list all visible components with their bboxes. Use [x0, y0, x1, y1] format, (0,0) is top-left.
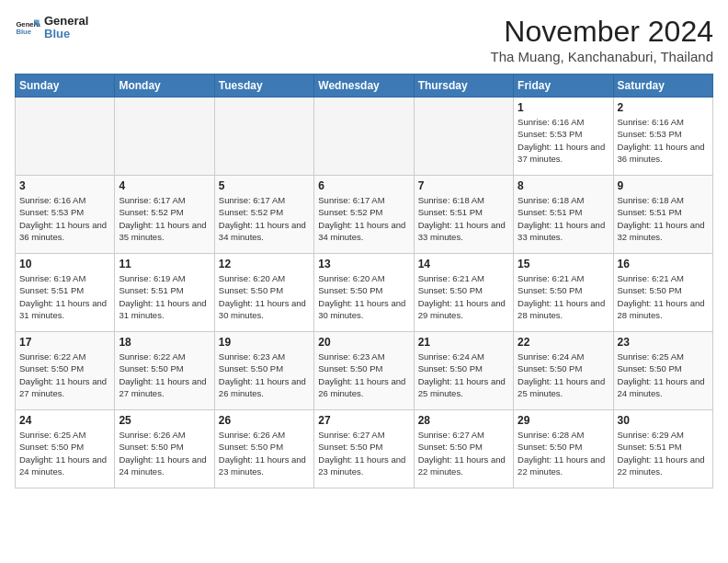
day-number: 24	[19, 414, 110, 427]
location: Tha Muang, Kanchanaburi, Thailand	[491, 49, 713, 64]
day-info: Sunrise: 6:20 AMSunset: 5:50 PMDaylight:…	[219, 272, 310, 321]
calendar-cell: 20Sunrise: 6:23 AMSunset: 5:50 PMDayligh…	[314, 332, 414, 410]
calendar-cell: 24Sunrise: 6:25 AMSunset: 5:50 PMDayligh…	[16, 410, 115, 488]
day-info: Sunrise: 6:19 AMSunset: 5:51 PMDaylight:…	[119, 272, 210, 321]
calendar-table: SundayMondayTuesdayWednesdayThursdayFrid…	[15, 74, 713, 488]
calendar-cell: 18Sunrise: 6:22 AMSunset: 5:50 PMDayligh…	[115, 332, 214, 410]
calendar-cell	[115, 98, 214, 176]
day-info: Sunrise: 6:21 AMSunset: 5:50 PMDaylight:…	[518, 272, 609, 321]
calendar-cell: 12Sunrise: 6:20 AMSunset: 5:50 PMDayligh…	[214, 254, 313, 332]
calendar-cell: 25Sunrise: 6:26 AMSunset: 5:50 PMDayligh…	[115, 410, 214, 488]
day-number: 23	[618, 336, 709, 349]
day-info: Sunrise: 6:25 AMSunset: 5:50 PMDaylight:…	[19, 429, 110, 477]
day-info: Sunrise: 6:26 AMSunset: 5:50 PMDaylight:…	[119, 429, 210, 477]
day-number: 9	[618, 179, 709, 192]
days-header-row: SundayMondayTuesdayWednesdayThursdayFrid…	[16, 75, 713, 98]
week-row-5: 24Sunrise: 6:25 AMSunset: 5:50 PMDayligh…	[16, 410, 713, 488]
day-number: 16	[618, 258, 709, 270]
calendar-cell: 17Sunrise: 6:22 AMSunset: 5:50 PMDayligh…	[16, 332, 115, 410]
day-number: 19	[219, 336, 310, 349]
day-number: 29	[518, 414, 609, 427]
month-title: November 2024	[491, 15, 713, 49]
day-info: Sunrise: 6:16 AMSunset: 5:53 PMDaylight:…	[518, 116, 609, 165]
day-info: Sunrise: 6:28 AMSunset: 5:50 PMDaylight:…	[518, 429, 609, 477]
calendar-cell: 22Sunrise: 6:24 AMSunset: 5:50 PMDayligh…	[514, 332, 613, 410]
day-header-saturday: Saturday	[613, 75, 712, 98]
logo: General Blue General Blue	[15, 15, 88, 41]
day-number: 14	[418, 258, 509, 270]
calendar-cell	[414, 98, 513, 176]
day-info: Sunrise: 6:24 AMSunset: 5:50 PMDaylight:…	[518, 350, 609, 399]
week-row-1: 1Sunrise: 6:16 AMSunset: 5:53 PMDaylight…	[16, 98, 713, 176]
day-info: Sunrise: 6:17 AMSunset: 5:52 PMDaylight:…	[318, 194, 409, 243]
calendar-cell: 26Sunrise: 6:26 AMSunset: 5:50 PMDayligh…	[214, 410, 313, 488]
day-number: 28	[418, 414, 509, 427]
day-number: 3	[19, 179, 110, 192]
logo-general: General	[44, 15, 88, 28]
week-row-4: 17Sunrise: 6:22 AMSunset: 5:50 PMDayligh…	[16, 332, 713, 410]
day-info: Sunrise: 6:17 AMSunset: 5:52 PMDaylight:…	[219, 194, 310, 243]
calendar-cell: 5Sunrise: 6:17 AMSunset: 5:52 PMDaylight…	[214, 176, 313, 254]
day-number: 5	[219, 179, 310, 192]
day-info: Sunrise: 6:29 AMSunset: 5:51 PMDaylight:…	[618, 429, 709, 477]
day-number: 10	[19, 258, 110, 270]
day-number: 17	[19, 336, 110, 349]
day-header-sunday: Sunday	[16, 75, 115, 98]
day-info: Sunrise: 6:22 AMSunset: 5:50 PMDaylight:…	[19, 350, 110, 399]
day-info: Sunrise: 6:21 AMSunset: 5:50 PMDaylight:…	[418, 272, 509, 321]
day-number: 7	[418, 179, 509, 192]
day-number: 25	[119, 414, 210, 427]
day-info: Sunrise: 6:16 AMSunset: 5:53 PMDaylight:…	[618, 116, 709, 165]
day-number: 2	[618, 101, 709, 114]
calendar-cell: 28Sunrise: 6:27 AMSunset: 5:50 PMDayligh…	[414, 410, 513, 488]
day-info: Sunrise: 6:23 AMSunset: 5:50 PMDaylight:…	[318, 350, 409, 399]
day-number: 1	[518, 101, 609, 114]
day-number: 18	[119, 336, 210, 349]
day-info: Sunrise: 6:16 AMSunset: 5:53 PMDaylight:…	[19, 194, 110, 243]
calendar-cell: 3Sunrise: 6:16 AMSunset: 5:53 PMDaylight…	[16, 176, 115, 254]
logo-icon: General Blue	[15, 15, 40, 40]
calendar-cell	[214, 98, 313, 176]
calendar-cell: 6Sunrise: 6:17 AMSunset: 5:52 PMDaylight…	[314, 176, 414, 254]
calendar-cell: 13Sunrise: 6:20 AMSunset: 5:50 PMDayligh…	[314, 254, 414, 332]
day-header-tuesday: Tuesday	[214, 75, 313, 98]
day-header-thursday: Thursday	[414, 75, 513, 98]
day-info: Sunrise: 6:24 AMSunset: 5:50 PMDaylight:…	[418, 350, 509, 399]
day-number: 13	[318, 258, 409, 270]
calendar-cell: 10Sunrise: 6:19 AMSunset: 5:51 PMDayligh…	[16, 254, 115, 332]
calendar-cell: 1Sunrise: 6:16 AMSunset: 5:53 PMDaylight…	[514, 98, 613, 176]
day-number: 15	[518, 258, 609, 270]
day-number: 6	[318, 179, 409, 192]
day-info: Sunrise: 6:20 AMSunset: 5:50 PMDaylight:…	[318, 272, 409, 321]
day-info: Sunrise: 6:17 AMSunset: 5:52 PMDaylight:…	[119, 194, 210, 243]
title-section: November 2024 Tha Muang, Kanchanaburi, T…	[491, 15, 713, 64]
day-number: 11	[119, 258, 210, 270]
day-number: 8	[518, 179, 609, 192]
calendar-cell: 21Sunrise: 6:24 AMSunset: 5:50 PMDayligh…	[414, 332, 513, 410]
day-number: 12	[219, 258, 310, 270]
calendar-cell: 4Sunrise: 6:17 AMSunset: 5:52 PMDaylight…	[115, 176, 214, 254]
calendar-cell: 19Sunrise: 6:23 AMSunset: 5:50 PMDayligh…	[214, 332, 313, 410]
day-number: 20	[318, 336, 409, 349]
calendar-cell: 16Sunrise: 6:21 AMSunset: 5:50 PMDayligh…	[613, 254, 712, 332]
day-info: Sunrise: 6:21 AMSunset: 5:50 PMDaylight:…	[618, 272, 709, 321]
day-number: 30	[618, 414, 709, 427]
calendar-cell: 29Sunrise: 6:28 AMSunset: 5:50 PMDayligh…	[514, 410, 613, 488]
calendar-cell: 2Sunrise: 6:16 AMSunset: 5:53 PMDaylight…	[613, 98, 712, 176]
logo-blue: Blue	[44, 28, 88, 40]
calendar-cell: 11Sunrise: 6:19 AMSunset: 5:51 PMDayligh…	[115, 254, 214, 332]
week-row-2: 3Sunrise: 6:16 AMSunset: 5:53 PMDaylight…	[16, 176, 713, 254]
day-number: 21	[418, 336, 509, 349]
calendar-cell: 14Sunrise: 6:21 AMSunset: 5:50 PMDayligh…	[414, 254, 513, 332]
calendar-cell: 23Sunrise: 6:25 AMSunset: 5:50 PMDayligh…	[613, 332, 712, 410]
day-header-monday: Monday	[115, 75, 214, 98]
calendar-cell: 27Sunrise: 6:27 AMSunset: 5:50 PMDayligh…	[314, 410, 414, 488]
day-number: 22	[518, 336, 609, 349]
day-info: Sunrise: 6:18 AMSunset: 5:51 PMDaylight:…	[618, 194, 709, 243]
day-info: Sunrise: 6:27 AMSunset: 5:50 PMDaylight:…	[318, 429, 409, 477]
svg-text:Blue: Blue	[16, 28, 31, 36]
calendar-cell: 15Sunrise: 6:21 AMSunset: 5:50 PMDayligh…	[514, 254, 613, 332]
calendar-cell: 9Sunrise: 6:18 AMSunset: 5:51 PMDaylight…	[613, 176, 712, 254]
calendar-cell: 8Sunrise: 6:18 AMSunset: 5:51 PMDaylight…	[514, 176, 613, 254]
day-info: Sunrise: 6:23 AMSunset: 5:50 PMDaylight:…	[219, 350, 310, 399]
